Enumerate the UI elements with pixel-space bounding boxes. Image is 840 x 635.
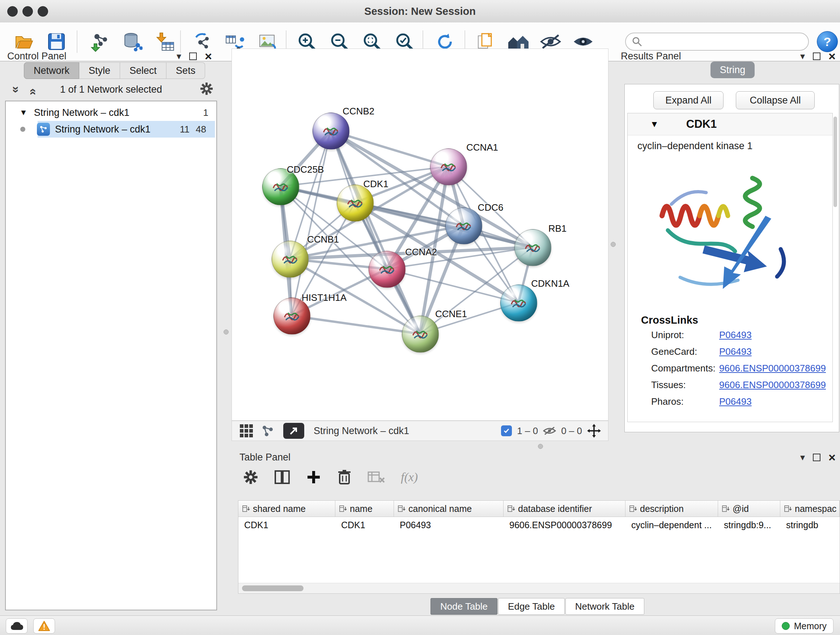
table-cell: CDK1: [335, 517, 394, 533]
collapse-all-button[interactable]: Collapse All: [736, 91, 815, 109]
splitter-handle[interactable]: [224, 329, 229, 334]
network-node-RB1[interactable]: [515, 229, 551, 266]
crosslink-row: Compartments:9606.ENSP00000378699: [651, 360, 832, 377]
column-header-label: description: [640, 504, 684, 514]
float-panel-icon[interactable]: [813, 52, 821, 60]
tree-expanded-icon[interactable]: ▼: [19, 108, 27, 117]
import-network-from-database-button[interactable]: [118, 27, 147, 56]
network-row-label: String Network – cdk1: [55, 124, 150, 135]
column-header-database-identifier[interactable]: database identifier: [504, 501, 625, 516]
network-node-count: 11: [180, 124, 189, 135]
collapse-panel-icon[interactable]: ▾: [800, 51, 805, 61]
import-network-button[interactable]: [85, 27, 114, 56]
network-node-CDK1[interactable]: [337, 185, 374, 222]
column-header-namespac[interactable]: namespac: [780, 501, 840, 516]
crosslink-label: Uniprot:: [651, 329, 719, 340]
collapse-panel-icon[interactable]: ▾: [800, 453, 805, 462]
tab-select[interactable]: Select: [120, 62, 166, 79]
results-tab-string[interactable]: String: [711, 62, 755, 78]
close-panel-icon[interactable]: ×: [829, 451, 836, 463]
crosslink-value-link[interactable]: 9606.ENSP00000378699: [719, 379, 826, 391]
tab-network[interactable]: Network: [24, 62, 79, 79]
table-row[interactable]: CDK1CDK1P064939606.ENSP00000378699cyclin…: [238, 517, 840, 533]
warnings-button[interactable]: [33, 618, 55, 633]
search-input[interactable]: [643, 36, 799, 48]
tab-network-table[interactable]: Network Table: [565, 598, 644, 615]
crosslink-label: Pharos:: [651, 396, 719, 407]
close-panel-icon[interactable]: ×: [205, 50, 212, 62]
network-node-CCNE1[interactable]: [402, 316, 439, 353]
table-cell: stringdb: [780, 517, 840, 533]
float-panel-icon[interactable]: [189, 52, 197, 60]
search-field[interactable]: [625, 33, 809, 51]
column-header-label: shared name: [253, 504, 306, 514]
table-hscrollbar-track[interactable]: [238, 583, 840, 593]
control-panel-controls: ▾ ×: [177, 50, 212, 62]
tab-style[interactable]: Style: [79, 62, 120, 79]
string-footer-icon[interactable]: [262, 424, 274, 437]
title-bar: Session: New Session: [0, 0, 840, 23]
node-label-CDC25B: CDC25B: [287, 164, 324, 175]
crosslink-value-link[interactable]: P06493: [719, 329, 752, 340]
expand-all-button[interactable]: Expand All: [653, 91, 723, 109]
cloud-status-button[interactable]: [6, 618, 27, 633]
network-node-CCNA1[interactable]: [430, 149, 467, 185]
column-header-name[interactable]: name: [335, 501, 394, 516]
selected-counts: 1 – 0: [517, 425, 538, 437]
help-icon: ?: [824, 35, 831, 49]
open-in-browser-button[interactable]: [283, 423, 304, 439]
network-collection-count: 1: [203, 107, 208, 119]
network-node-CDKN1A[interactable]: [500, 285, 537, 321]
crosslink-label: Tissues:: [651, 379, 719, 391]
results-scrollbar[interactable]: [834, 117, 837, 207]
table-hscrollbar-thumb[interactable]: [242, 585, 303, 591]
control-panel-tabs: Network Style Select Sets: [24, 62, 205, 79]
window-title: Session: New Session: [0, 0, 840, 22]
table-body: CDK1CDK1P064939606.ENSP00000378699cyclin…: [238, 517, 840, 533]
network-row-selected[interactable]: String Network – cdk1 11 48: [6, 121, 216, 138]
float-panel-icon[interactable]: [813, 454, 821, 461]
result-entry-header[interactable]: ▼ CDK1: [628, 113, 832, 135]
network-node-CCNB2[interactable]: [313, 112, 349, 149]
import-table-button[interactable]: [150, 27, 180, 56]
column-header--id[interactable]: @id: [718, 501, 780, 516]
network-node-CCNB1[interactable]: [272, 241, 309, 278]
database-import-icon: [122, 32, 142, 52]
column-header-label: canonical name: [409, 504, 472, 514]
delete-column-icon[interactable]: [337, 469, 352, 485]
network-canvas[interactable]: CCNB2CCNA1CDC25BCDK1CDC6RB1CCNB1CCNA2CDK…: [232, 49, 608, 421]
crosslinks-title: CrossLinks: [641, 314, 698, 326]
network-view-footer: String Network – cdk1 1 – 0 0 – 0: [232, 421, 608, 441]
collapse-panel-icon[interactable]: ▾: [177, 51, 181, 61]
search-icon: [632, 36, 643, 47]
table-header-row: shared namenamecanonical namedatabase id…: [238, 501, 840, 517]
network-node-CDC6[interactable]: [445, 207, 482, 244]
tab-node-table[interactable]: Node Table: [431, 598, 497, 615]
splitter-handle[interactable]: [538, 444, 543, 449]
close-panel-icon[interactable]: ×: [829, 50, 836, 62]
crosslink-value-link[interactable]: P06493: [719, 396, 752, 407]
column-header-description[interactable]: description: [625, 501, 718, 516]
delete-table-icon[interactable]: [368, 470, 385, 484]
column-header-shared-name[interactable]: shared name: [238, 501, 335, 516]
column-header-canonical-name[interactable]: canonical name: [394, 501, 504, 516]
network-options-gear-icon[interactable]: [200, 82, 213, 96]
crosslink-value-link[interactable]: P06493: [719, 346, 752, 357]
network-collection-row[interactable]: ▼ String Network – cdk1 1: [6, 104, 216, 121]
show-columns-icon[interactable]: [274, 470, 290, 485]
splitter-handle[interactable]: [611, 242, 616, 247]
tab-sets[interactable]: Sets: [166, 62, 205, 79]
network-arrows-icon: [193, 32, 213, 52]
birds-eye-view-icon[interactable]: [240, 424, 253, 437]
network-node-CCNA2[interactable]: [369, 251, 406, 288]
network-edge-count: 48: [196, 124, 206, 135]
crosslink-value-link[interactable]: 9606.ENSP00000378699: [719, 363, 826, 374]
memory-button[interactable]: Memory: [775, 618, 834, 633]
add-column-icon[interactable]: [306, 470, 321, 485]
table-gear-icon[interactable]: [243, 470, 258, 485]
selected-items-checkbox-icon[interactable]: [501, 425, 512, 436]
entry-collapse-icon[interactable]: ▼: [650, 119, 659, 129]
function-builder-icon[interactable]: f(x): [401, 470, 418, 484]
tab-edge-table[interactable]: Edge Table: [498, 598, 565, 615]
pan-mode-icon[interactable]: [587, 424, 601, 438]
